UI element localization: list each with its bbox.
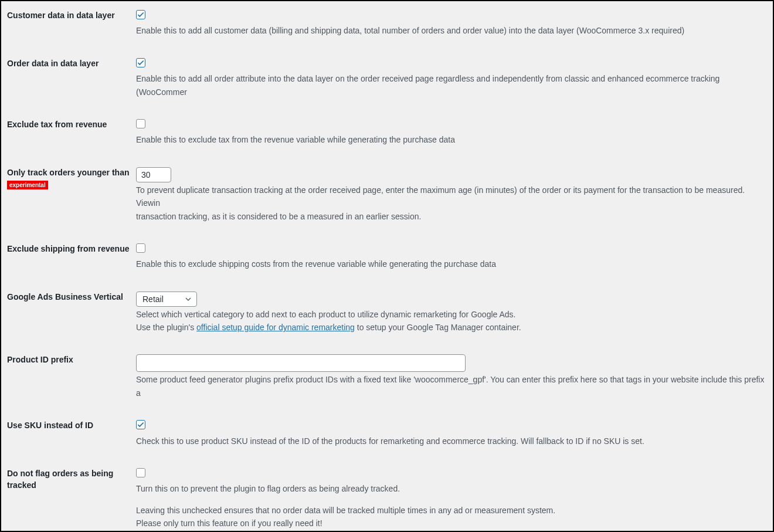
select-business-vertical[interactable]: Retail [136,292,197,307]
row-do-not-flag: Do not flag orders as being tracked Turn… [1,459,773,532]
checkbox-use-sku[interactable] [136,420,145,429]
settings-form: Customer data in data layer Enable this … [1,1,773,532]
checkbox-exclude-tax[interactable] [136,119,145,128]
description-do-not-flag: Turn this on to prevent the plugin to fl… [136,482,767,530]
checkbox-exclude-shipping[interactable] [136,243,145,253]
row-customer-data: Customer data in data layer Enable this … [1,1,773,49]
check-icon [137,59,145,67]
label-exclude-shipping: Exclude shipping from revenue [7,243,136,271]
input-product-id-prefix[interactable] [136,354,466,372]
label-order-max-age: Only track orders younger than [7,168,130,177]
label-product-id-prefix: Product ID prefix [7,354,136,399]
description-exclude-tax: Enable this to exclude tax from the reve… [136,133,767,146]
checkbox-do-not-flag[interactable] [136,468,145,477]
description-product-id-prefix: Some product feed generator plugins pref… [136,373,767,399]
input-order-max-age[interactable] [136,167,171,182]
description-use-sku: Check this to use product SKU instead of… [136,435,767,448]
label-order-data: Order data in data layer [7,58,136,99]
checkbox-order-data[interactable] [136,58,145,67]
checkbox-customer-data[interactable] [136,10,145,19]
description-exclude-shipping: Enable this to exclude shipping costs fr… [136,257,767,270]
row-exclude-shipping: Exclude shipping from revenue Enable thi… [1,235,773,283]
label-customer-data: Customer data in data layer [7,10,136,38]
check-icon [137,11,145,19]
description-order-max-age: To prevent duplicate transaction trackin… [136,184,767,223]
link-dynamic-remarketing-guide[interactable]: official setup guide for dynamic remarke… [196,323,355,332]
label-use-sku: Use SKU instead of ID [7,420,136,448]
badge-experimental: experimental [7,181,48,189]
row-exclude-tax: Exclude tax from revenue Enable this to … [1,110,773,158]
row-order-max-age: Only track orders younger than experimen… [1,158,773,235]
row-business-vertical: Google Ads Business Vertical Retail Sele… [1,283,773,346]
label-do-not-flag: Do not flag orders as being tracked [7,468,136,530]
label-exclude-tax: Exclude tax from revenue [7,119,136,147]
description-customer-data: Enable this to add all customer data (bi… [136,24,767,37]
row-product-id-prefix: Product ID prefix Some product feed gene… [1,345,773,411]
row-order-data: Order data in data layer Enable this to … [1,49,773,110]
row-use-sku: Use SKU instead of ID Check this to use … [1,411,773,459]
check-icon [137,421,145,429]
description-order-data: Enable this to add all order attribute i… [136,72,767,99]
label-business-vertical: Google Ads Business Vertical [7,292,136,334]
description-business-vertical: Select which vertical category to add ne… [136,308,767,334]
